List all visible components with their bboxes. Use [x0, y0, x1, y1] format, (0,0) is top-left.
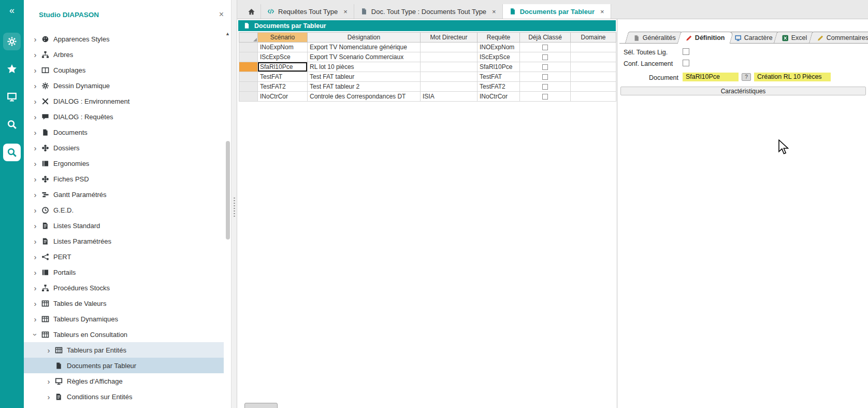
select-all-header[interactable] [239, 33, 258, 43]
cell-requete[interactable]: SfaRl10Pce [478, 62, 520, 72]
column-header-deja-classe[interactable]: Déjà Classé [520, 33, 571, 43]
sidebar-item[interactable]: Fiches PSD [24, 171, 224, 187]
cell-scenario[interactable]: IScExpSce [258, 52, 308, 62]
help-button[interactable]: ? [742, 73, 751, 81]
cell-requete[interactable]: TestFAT2 [478, 82, 520, 92]
sidebar-item[interactable]: Règles d'Affichage [24, 373, 224, 389]
chevron-icon[interactable] [31, 144, 39, 152]
sidebar-item[interactable]: Procédures Stocks [24, 280, 224, 296]
splitter-handle-icon[interactable] [234, 196, 235, 218]
cell-requete[interactable]: INoCtrCor [478, 92, 520, 102]
table-row[interactable]: IScExpSce Export TV Scenario Commerciaux… [239, 52, 616, 62]
cell-scenario[interactable]: TestFAT2 [258, 82, 308, 92]
cell-mot-directeur[interactable] [421, 72, 478, 82]
column-header-domaine[interactable]: Domaine [571, 33, 616, 43]
row-selector[interactable] [239, 43, 258, 52]
sidebar-item[interactable]: Tableurs en Consultation [24, 327, 224, 342]
chevron-icon[interactable] [31, 35, 39, 44]
cell-requete[interactable]: TestFAT [478, 72, 520, 82]
table-row[interactable]: INoExpNom Export TV Nomenclature génériq… [239, 43, 616, 52]
row-selector[interactable] [239, 62, 258, 72]
row-selector[interactable] [239, 52, 258, 62]
rail-search-button[interactable] [3, 116, 21, 133]
cell-scenario[interactable]: INoCtrCor [258, 92, 308, 102]
chevron-icon[interactable] [45, 377, 53, 386]
chevron-icon[interactable] [31, 206, 39, 215]
document-tab[interactable]: Doc. Tout Type : Documents Tout Type × [354, 4, 503, 19]
deja-classe-checkbox[interactable] [542, 74, 548, 80]
tab-close-icon[interactable]: × [492, 8, 496, 16]
column-header-mot-directeur[interactable]: Mot Directeur [421, 33, 478, 43]
chevron-icon[interactable] [31, 252, 39, 261]
chevron-icon[interactable] [45, 346, 53, 355]
sidebar-item[interactable]: Dessin Dynamique [24, 78, 224, 93]
sidebar-item[interactable]: Gantt Paramétrés [24, 187, 224, 202]
detail-tab[interactable]: Commentaires [809, 32, 868, 43]
cell-designation[interactable]: RL lot 10 pièces [308, 62, 421, 72]
deja-classe-checkbox[interactable] [542, 45, 548, 50]
rail-monitor-button[interactable] [3, 88, 21, 106]
cell-domaine[interactable] [571, 82, 616, 92]
cell-domaine[interactable] [571, 52, 616, 62]
cell-mot-directeur[interactable]: ISIA [421, 92, 478, 102]
cell-mot-directeur[interactable] [421, 82, 478, 92]
table-row[interactable]: SfaRl10Pce RL lot 10 pièces SfaRl10Pce [239, 62, 616, 72]
chevron-icon[interactable] [31, 299, 39, 308]
cell-domaine[interactable] [571, 62, 616, 72]
tab-close-icon[interactable]: × [600, 8, 604, 16]
cell-scenario[interactable]: INoExpNom [258, 43, 308, 52]
collapse-sidebar-button[interactable]: « [0, 5, 24, 16]
rail-gear-button[interactable] [3, 33, 21, 50]
cell-designation[interactable]: Export TV Nomenclature générique [308, 43, 421, 52]
document-description-field[interactable]: Création RL 10 Pièces [754, 73, 831, 81]
cell-domaine[interactable] [571, 43, 616, 52]
cell-mot-directeur[interactable] [421, 52, 478, 62]
detail-tab[interactable]: Généralités [625, 32, 684, 43]
chevron-icon[interactable] [31, 190, 39, 199]
chevron-icon[interactable] [31, 97, 39, 106]
chevron-icon[interactable] [31, 81, 39, 90]
detail-tab[interactable]: Caractère [726, 32, 780, 43]
chevron-icon[interactable] [31, 284, 39, 292]
cell-domaine[interactable] [571, 92, 616, 102]
sidebar-item[interactable]: Dossiers [24, 140, 224, 156]
deja-classe-checkbox[interactable] [542, 94, 548, 100]
chevron-icon[interactable] [31, 330, 39, 339]
document-tab[interactable]: Documents par Tableur × [503, 4, 611, 19]
home-tab[interactable] [242, 4, 261, 19]
conf-lancement-checkbox[interactable] [683, 60, 689, 66]
row-selector[interactable] [239, 92, 258, 102]
sidebar-item[interactable]: G.E.D. [24, 202, 224, 218]
sidebar-item[interactable]: Ergonomies [24, 156, 224, 171]
row-selector[interactable] [239, 82, 258, 92]
chevron-icon[interactable] [31, 159, 39, 168]
chevron-icon[interactable] [31, 66, 39, 75]
cell-scenario[interactable]: SfaRl10Pce [258, 62, 308, 72]
sidebar-item[interactable]: DIALOG : Environnement [24, 93, 224, 109]
panel-splitter[interactable] [231, 0, 237, 408]
cell-requete[interactable]: INOExpNom [478, 43, 520, 52]
detail-tab[interactable]: Définition [677, 32, 733, 44]
sidebar-item[interactable]: Documents [24, 124, 224, 140]
scrollbar-thumb[interactable] [226, 141, 230, 240]
chevron-icon[interactable] [31, 112, 39, 121]
chevron-icon[interactable] [31, 268, 39, 277]
deja-classe-checkbox[interactable] [542, 64, 548, 70]
rail-star-button[interactable] [3, 60, 21, 78]
rail-search-active-button[interactable] [3, 144, 21, 161]
sidebar-item[interactable]: Listes Paramétrées [24, 233, 224, 249]
chevron-icon[interactable] [31, 175, 39, 184]
partial-button[interactable] [244, 403, 278, 408]
cell-domaine[interactable] [571, 72, 616, 82]
document-code-field[interactable]: SfaRl10Pce [683, 73, 739, 81]
column-header-designation[interactable]: Désignation [308, 33, 421, 43]
table-row[interactable]: INoCtrCor Controle des Correspondances D… [239, 92, 616, 102]
sel-toutes-lig-checkbox[interactable] [683, 48, 689, 55]
cell-designation[interactable]: Controle des Correspondances DT [308, 92, 421, 102]
sidebar-item[interactable]: Conditions sur Entités [24, 389, 224, 404]
chevron-icon[interactable] [31, 315, 39, 323]
sidebar-item[interactable]: Listes Standard [24, 218, 224, 233]
column-header-scenario[interactable]: Scénario [258, 33, 308, 43]
cell-mot-directeur[interactable] [421, 43, 478, 52]
cell-designation[interactable]: Test FAT tableur 2 [308, 82, 421, 92]
